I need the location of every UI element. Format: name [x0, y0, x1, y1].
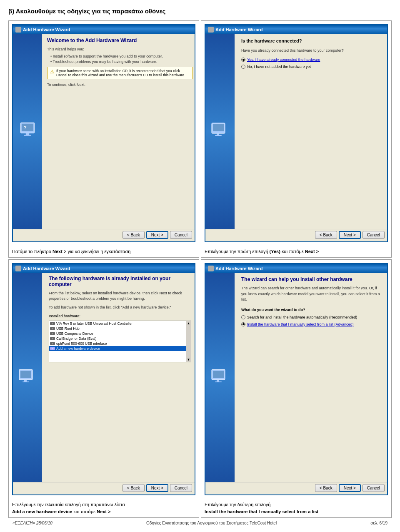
dialog-3-body1: From the list below, select an installed… — [49, 291, 191, 301]
page-container: β) Ακολουθούμε τις οδηγίες για τις παρακ… — [0, 0, 400, 532]
dialog-4-buttons: < Back Next > Cancel — [205, 482, 387, 494]
radio-option-yes[interactable]: Yes, I have already connected the hardwa… — [241, 58, 384, 62]
svg-rect-12 — [22, 381, 29, 382]
caption-1: Πατάμε το πλήκτρο Next > για να ξεκινήσε… — [9, 246, 199, 258]
dialog-1-back-button[interactable]: < Back — [122, 231, 145, 239]
install-option-1[interactable]: Search for and install the hardware auto… — [241, 315, 384, 319]
footer: «ΕΞΕΛΙΞΗ» 28/06/10 Οδηγίες Εγκατάστασης … — [8, 518, 392, 528]
dialog-1-cancel-button[interactable]: Cancel — [170, 231, 192, 239]
dialog-3-main: The following hardware is already instal… — [45, 273, 195, 482]
dialog-2-next-button[interactable]: Next > — [339, 231, 361, 239]
hw-item-3[interactable]: USB Composite Device — [49, 331, 186, 336]
svg-rect-26 — [213, 371, 224, 378]
dialog-4-back-button[interactable]: < Back — [315, 484, 337, 492]
dialog-4-header: The wizard can help you install other ha… — [241, 276, 384, 282]
wizard-icon: ? — [17, 121, 38, 142]
svg-text:?: ? — [24, 125, 27, 130]
radio-no-circle[interactable] — [241, 65, 245, 69]
svg-rect-10 — [20, 371, 31, 378]
dialog-1-titlebar: Add Hardware Wizard — [13, 25, 195, 34]
hardware-list-container: VIA Rev 5 or later USB Universal Host Co… — [49, 321, 191, 362]
dialog-2-cancel-button[interactable]: Cancel — [362, 231, 385, 239]
caption-3: Επιλέγουμε την τελευταία επιλογή στη παρ… — [9, 499, 199, 517]
wizard-icon-2 — [211, 121, 230, 142]
radio-yes-circle[interactable] — [241, 58, 245, 62]
dialog-4-titlebar: Add Hardware Wizard — [205, 264, 387, 273]
screenshot-cell-1: Add Hardware Wizard ? We — [8, 20, 199, 258]
dialog-1-bullet1: • Install software to support the hardwa… — [50, 54, 193, 60]
svg-point-14 — [52, 323, 53, 324]
radio-option-no[interactable]: No, I have not added the hardware yet — [241, 65, 384, 69]
dialog-1-body: ? Welcome to the Add Hardware Wizard Thi… — [13, 34, 195, 229]
scroll-down[interactable]: ▼ — [187, 357, 191, 362]
dialog-1-warning: ⚠ If your hardware came with an installa… — [47, 67, 193, 79]
dialog-2-back-button[interactable]: < Back — [315, 231, 337, 239]
dialog-1-icon — [15, 27, 21, 33]
page-title: β) Ακολουθούμε τις οδηγίες για τις παρακ… — [8, 8, 392, 15]
dialog-4-next-button[interactable]: Next > — [339, 484, 361, 492]
svg-rect-2 — [26, 133, 29, 135]
dialog-3-title: Add Hardware Wizard — [23, 266, 70, 271]
dialog-1-header: Welcome to the Add Hardware Wizard — [47, 38, 193, 43]
list-scrollbar[interactable]: ▲ ▼ — [186, 321, 191, 362]
install-radio-2[interactable] — [241, 322, 245, 326]
dialog-3-header: The following hardware is already instal… — [49, 276, 191, 287]
caption-4: Επιλέγουμε την δεύτερη επιλογή Install t… — [201, 499, 391, 517]
hw-item-4[interactable]: CallBridge for Data (Eval) — [49, 336, 186, 341]
dialog-1-continue: To continue, click Next. — [47, 83, 193, 87]
hardware-list: VIA Rev 5 or later USB Universal Host Co… — [49, 321, 186, 362]
svg-point-24 — [52, 348, 53, 349]
hw-item-1[interactable]: VIA Rev 5 or later USB Universal Host Co… — [49, 321, 186, 326]
hw-icon-5 — [50, 341, 55, 346]
dialog-3-cancel-button[interactable]: Cancel — [170, 484, 192, 492]
dialog-1-title: Add Hardware Wizard — [23, 27, 70, 32]
svg-point-20 — [52, 338, 53, 339]
hw-icon-3 — [50, 331, 55, 336]
scroll-up[interactable]: ▲ — [187, 321, 191, 326]
dialog-4-body1: The wizard can search for other hardware… — [241, 286, 384, 303]
dialog-3: Add Hardware Wizard The following hardwa… — [12, 263, 195, 495]
dialog-4-main: The wizard can help you install other ha… — [238, 273, 387, 482]
hw-icon-2 — [50, 326, 55, 331]
dialog-1-sidebar: ? — [13, 34, 42, 229]
dialog-2-icon — [208, 27, 214, 33]
svg-rect-28 — [215, 381, 222, 382]
install-label-1: Search for and install the hardware auto… — [247, 315, 357, 319]
wizard-icon-3 — [18, 367, 37, 388]
footer-right: σελ. 6/19 — [370, 521, 388, 525]
svg-rect-11 — [24, 380, 27, 381]
dialog-2-body: Is the hardware connected? Have you alre… — [205, 34, 387, 229]
dialog-3-back-button[interactable]: < Back — [122, 484, 145, 492]
dialog-1-intro: This wizard helps you: — [47, 47, 193, 52]
wizard-icon-4 — [211, 367, 230, 388]
hw-item-2[interactable]: USB Root Hub — [49, 326, 186, 331]
dialog-1-bullet2: • Troubleshoot problems you may be havin… — [50, 59, 193, 65]
screenshots-grid: Add Hardware Wizard ? We — [8, 20, 392, 518]
svg-rect-6 — [213, 124, 224, 131]
dialog-2: Add Hardware Wizard Is the hardware conn… — [205, 24, 388, 242]
dialog-3-icon — [15, 266, 21, 271]
hw-item-5[interactable]: optiPoint 500-600 USB interface — [49, 341, 186, 346]
screenshot-cell-4: Add Hardware Wizard The wizard can help … — [201, 259, 392, 518]
install-label-2: Install the hardware that I manually sel… — [247, 322, 354, 326]
svg-rect-8 — [215, 135, 222, 136]
dialog-3-next-button[interactable]: Next > — [146, 484, 168, 492]
install-radio-1[interactable] — [241, 315, 245, 319]
dialog-4: Add Hardware Wizard The wizard can help … — [205, 263, 388, 495]
dialog-4-icon — [208, 266, 214, 271]
dialog-4-sidebar — [205, 273, 235, 482]
dialog-1-next-button[interactable]: Next > — [146, 231, 168, 239]
hw-item-6[interactable]: Add a new hardware device — [49, 346, 186, 351]
svg-rect-3 — [24, 135, 31, 136]
svg-rect-27 — [217, 380, 219, 381]
dialog-3-list-label: Installed hardware: — [49, 314, 191, 318]
dialog-4-title: Add Hardware Wizard — [215, 266, 263, 271]
install-option-2[interactable]: Install the hardware that I manually sel… — [241, 322, 384, 326]
dialog-4-body: The wizard can help you install other ha… — [205, 273, 387, 482]
dialog-1-main: Welcome to the Add Hardware Wizard This … — [45, 34, 195, 229]
radio-no-label: No, I have not added the hardware yet — [247, 65, 311, 69]
dialog-4-cancel-button[interactable]: Cancel — [362, 484, 385, 492]
footer-left: «ΕΞΕΛΙΞΗ» 28/06/10 — [12, 521, 52, 525]
dialog-1-buttons: < Back Next > Cancel — [13, 229, 195, 241]
dialog-2-main: Is the hardware connected? Have you alre… — [238, 34, 387, 229]
